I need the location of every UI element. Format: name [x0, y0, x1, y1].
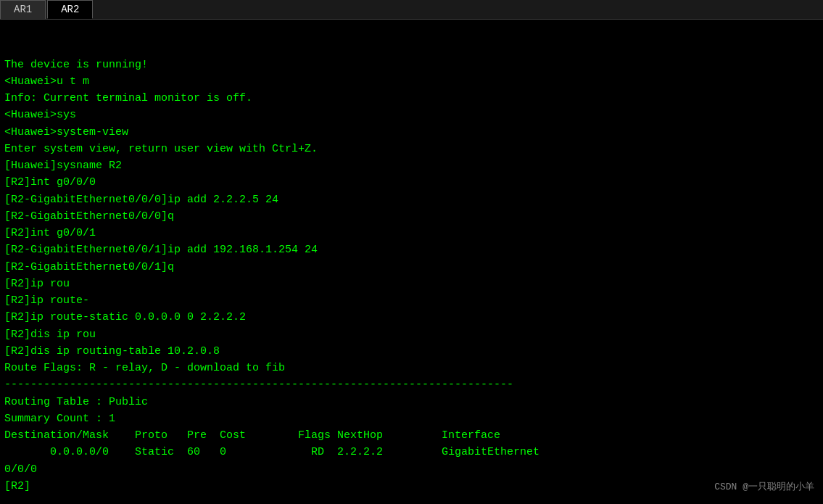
terminal-line: [R2-GigabitEthernet0/0/0]ip add 2.2.2.5 …	[4, 191, 819, 208]
terminal-line: [R2]int g0/0/1	[4, 225, 819, 241]
terminal-line: <Huawei>sys	[4, 107, 819, 123]
terminal-line: Routing Table : Public	[4, 394, 819, 410]
terminal-line: [R2]ip rou	[4, 276, 819, 292]
tab-AR2[interactable]: AR2	[47, 0, 93, 19]
terminal-line: 0.0.0.0/0 Static 60 0 RD 2.2.2.2 Gigabit…	[4, 444, 819, 460]
watermark-text: CSDN @一只聪明的小羊	[714, 480, 814, 495]
terminal-line: Summary Count : 1	[4, 410, 819, 427]
terminal-line: <Huawei>system-view	[4, 124, 819, 141]
terminal-line: Enter system view, return user view with…	[4, 141, 819, 157]
terminal-line: [R2]ip route-	[4, 292, 819, 309]
terminal-line: [R2-GigabitEthernet0/0/0]q	[4, 208, 819, 225]
terminal-line: [Huawei]sysname R2	[4, 157, 819, 174]
terminal-line: Destination/Mask Proto Pre Cost Flags Ne…	[4, 427, 819, 444]
terminal-line: [R2-GigabitEthernet0/0/1]ip add 192.168.…	[4, 241, 819, 258]
terminal-window: The device is running!<Huawei>u t mInfo:…	[0, 20, 823, 500]
terminal-line: [R2]int g0/0/0	[4, 174, 819, 191]
terminal-line: [R2]dis ip routing-table 10.2.0.8	[4, 343, 819, 360]
terminal-line: ----------------------------------------…	[4, 376, 819, 393]
terminal-line: Info: Current terminal monitor is off.	[4, 90, 819, 107]
terminal-line: <Huawei>u t m	[4, 73, 819, 90]
tab-AR1[interactable]: AR1	[0, 0, 46, 19]
terminal-line: The device is running!	[4, 57, 819, 73]
terminal-line: [R2-GigabitEthernet0/0/1]q	[4, 259, 819, 276]
terminal-line: 0/0/0	[4, 461, 819, 478]
terminal-line: [R2]dis ip rou	[4, 326, 819, 343]
terminal-line: Route Flags: R - relay, D - download to …	[4, 360, 819, 376]
tabs-bar: AR1 AR2	[0, 0, 823, 20]
terminal-line: [R2]ip route-static 0.0.0.0 0 2.2.2.2	[4, 309, 819, 326]
terminal-line: [R2]	[4, 478, 819, 495]
